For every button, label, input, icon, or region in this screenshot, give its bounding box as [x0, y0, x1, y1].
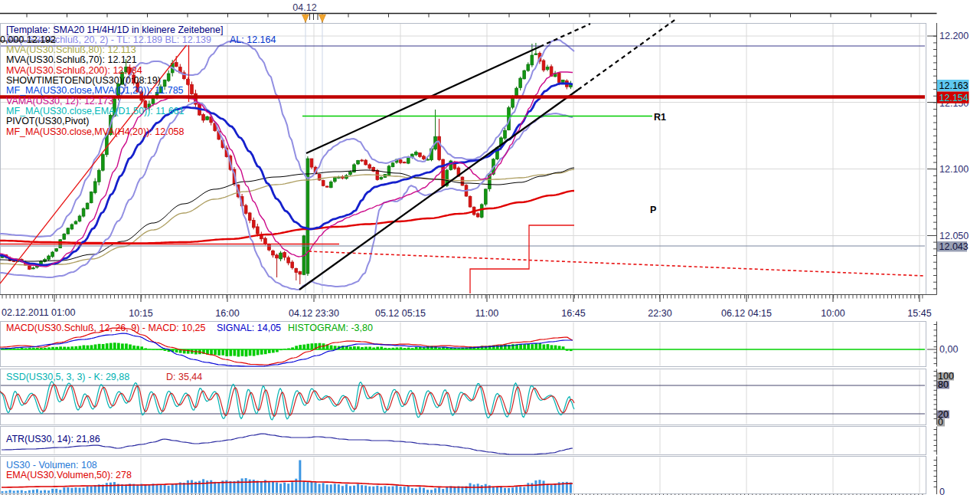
svg-text:02.12.2011 01:00: 02.12.2011 01:00 — [2, 307, 75, 318]
svg-text:12.163: 12.163 — [939, 80, 969, 91]
svg-text:11:00: 11:00 — [475, 308, 498, 319]
svg-text:12.100: 12.100 — [939, 164, 969, 175]
svg-text:12.043: 12.043 — [939, 241, 969, 252]
svg-text:D: 35,44: D: 35,44 — [166, 372, 202, 382]
svg-text:SSD(US30,5, 3, 3) - K: 29,88: SSD(US30,5, 3, 3) - K: 29,88 — [6, 372, 129, 382]
svg-text:22:30: 22:30 — [648, 308, 671, 319]
svg-text:04.12 23:30: 04.12 23:30 — [289, 308, 339, 319]
svg-text:10:00: 10:00 — [821, 308, 844, 319]
svg-text:PIVOT(US30,Pivot): PIVOT(US30,Pivot) — [6, 116, 89, 126]
svg-text:0: 0 — [939, 487, 945, 495]
svg-text:0,000 12.192: 0,000 12.192 — [0, 34, 56, 45]
svg-text:05.12 05:15: 05.12 05:15 — [375, 308, 426, 319]
svg-text:EMA(US30.Volumen,50): 278: EMA(US30.Volumen,50): 278 — [6, 470, 132, 480]
svg-text:MVA(US30.Schluß,80): 12.113: MVA(US30.Schluß,80): 12.113 — [6, 44, 136, 55]
svg-text:P: P — [650, 205, 656, 215]
svg-text:MF_MA(US30.close,MVA(D1,20)):: MF_MA(US30.close,MVA(D1,20)): 11.785 — [6, 85, 184, 96]
svg-text:SIGNAL: 14,05: SIGNAL: 14,05 — [217, 323, 281, 333]
svg-text:US30 - Volumen: 108: US30 - Volumen: 108 — [6, 460, 97, 470]
svg-text:SHOWTIMETOEND(US30)(0:08:19): SHOWTIMETOEND(US30)(0:08:19) — [6, 75, 161, 86]
svg-text:16:45: 16:45 — [561, 308, 585, 319]
svg-text:HISTOGRAM: -3,80: HISTOGRAM: -3,80 — [288, 323, 373, 333]
svg-text:MVA(US30.Schluß,200): 12.084: MVA(US30.Schluß,200): 12.084 — [6, 65, 142, 76]
svg-text:[Template: SMA20 1H/4H/1D in k: [Template: SMA20 1H/4H/1D in kleinere Ze… — [6, 25, 223, 35]
svg-text:16:00: 16:00 — [215, 308, 239, 319]
svg-text:04.12: 04.12 — [292, 2, 316, 13]
svg-text:R1: R1 — [654, 112, 666, 123]
svg-text:06.12 04:15: 06.12 04:15 — [721, 308, 772, 319]
svg-text:80: 80 — [938, 379, 949, 390]
svg-text:15:45: 15:45 — [907, 308, 931, 319]
svg-text:12.154: 12.154 — [939, 93, 969, 103]
svg-text:AL: 12.164: AL: 12.164 — [230, 34, 276, 45]
svg-text:VAMA(US30, 12): 12.173: VAMA(US30, 12): 12.173 — [6, 96, 113, 107]
svg-text:12.050: 12.050 — [939, 231, 969, 241]
svg-text:MVA(US30.Schluß,70): 12.121: MVA(US30.Schluß,70): 12.121 — [6, 54, 137, 65]
svg-text:12.200: 12.200 — [939, 31, 969, 41]
svg-text:10:15: 10:15 — [129, 308, 152, 319]
svg-text:ATR(US30, 14): 21,86: ATR(US30, 14): 21,86 — [6, 434, 100, 444]
svg-text:0: 0 — [938, 417, 943, 428]
svg-text:MF_MA(US30.close,EMA(D1,50)):: MF_MA(US30.close,EMA(D1,50)): 11.661 — [6, 106, 185, 116]
svg-text:MACD(US30.Schluß, 12, 26, 9) -: MACD(US30.Schluß, 12, 26, 9) - MACD: 10,… — [6, 323, 206, 333]
svg-text:MF_MA(US30.close,MVA(H4,20)):: MF_MA(US30.close,MVA(H4,20)): 12.058 — [6, 126, 185, 137]
svg-text:0,00: 0,00 — [939, 344, 958, 355]
